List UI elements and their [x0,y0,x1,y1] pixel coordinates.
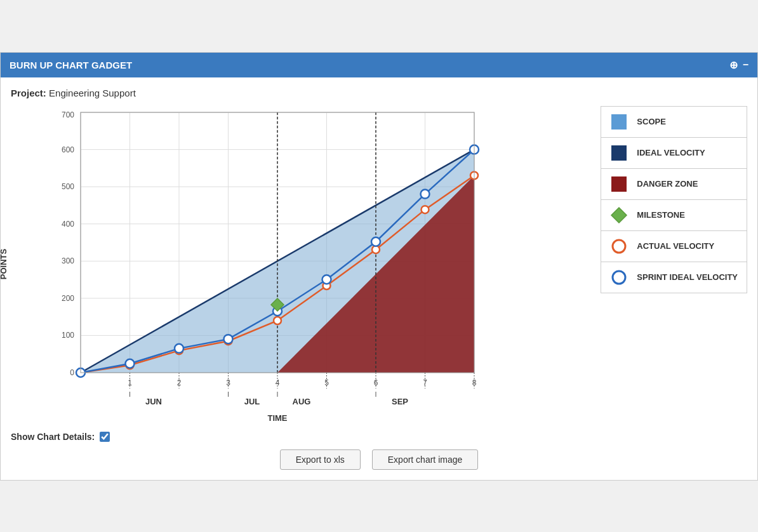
svg-text:700: 700 [62,110,74,119]
gadget-container: BURN UP CHART GADGET ⊕ − Project: Engine… [0,52,758,481]
svg-text:100: 100 [62,331,74,340]
header-icons: ⊕ − [729,59,748,71]
legend-label-ideal-velocity: IDEAL VELOCITY [637,148,705,158]
legend-row-ideal-velocity: IDEAL VELOCITY [601,138,747,169]
svg-rect-76 [611,145,627,161]
export-xls-button[interactable]: Export to xls [280,449,361,470]
legend-row-milestone: MILESTONE [601,200,747,231]
x-axis-label: TIME [81,413,474,423]
svg-rect-75 [611,114,627,130]
svg-point-62 [422,206,429,213]
svg-text:AUG: AUG [293,397,311,406]
milestone-icon [610,206,628,224]
svg-point-67 [224,335,233,343]
gadget-title: BURN UP CHART GADGET [10,60,132,70]
chart-wrapper: POINTS [11,106,588,423]
actual-velocity-icon [610,237,628,255]
svg-point-69 [322,275,331,284]
svg-marker-78 [611,208,627,223]
show-details-container: Show Chart Details: [11,432,747,442]
ideal-velocity-icon [610,144,628,162]
show-details-checkbox[interactable] [100,432,110,442]
sprint-ideal-velocity-icon [610,269,628,286]
gadget-header: BURN UP CHART GADGET ⊕ − [1,53,757,77]
legend-label-milestone: MILESTONE [637,210,685,220]
svg-text:400: 400 [62,220,74,229]
collapse-icon[interactable]: − [743,59,748,71]
svg-point-80 [613,271,625,284]
legend-label-actual-velocity: ACTUAL VELOCITY [637,241,714,251]
legend-label-scope: SCOPE [637,117,666,127]
svg-point-79 [613,240,625,253]
project-label: Project: Engineering Support [11,88,747,98]
svg-text:JUL: JUL [244,397,260,406]
svg-text:200: 200 [62,294,74,303]
svg-text:500: 500 [62,182,74,191]
svg-text:300: 300 [62,256,74,265]
legend-row-danger-zone: DANGER ZONE [601,169,747,200]
export-image-button[interactable]: Export chart image [372,449,479,470]
svg-point-66 [175,343,183,352]
move-icon[interactable]: ⊕ [729,59,738,71]
svg-point-65 [126,359,135,368]
gadget-body: Project: Engineering Support POINTS [1,77,757,480]
bottom-section: Show Chart Details: Export to xls Export… [11,432,747,470]
svg-rect-77 [611,176,627,192]
legend-row-scope: SCOPE [601,107,747,138]
export-buttons: Export to xls Export chart image [11,449,747,470]
scope-icon [610,113,628,131]
svg-text:0: 0 [70,368,74,377]
legend-row-sprint-ideal-velocity: SPRINT IDEAL VELOCITY [601,262,747,293]
svg-text:JUN: JUN [145,397,162,406]
danger-zone-icon [610,175,628,193]
legend-label-danger-zone: DANGER ZONE [637,179,698,189]
burn-up-chart: 0 100 200 300 400 500 600 700 1 2 3 4 5 … [43,106,500,411]
legend-row-actual-velocity: ACTUAL VELOCITY [601,231,747,262]
legend-label-sprint-ideal-velocity: SPRINT IDEAL VELOCITY [637,272,738,283]
svg-point-71 [421,189,430,198]
chart-area: POINTS [11,106,747,423]
project-name: Engineering Support [49,88,136,98]
show-details-label: Show Chart Details: [11,432,95,442]
svg-point-59 [274,317,281,324]
project-key: Project: [11,88,46,98]
y-axis-label: POINTS [0,249,8,279]
svg-text:SEP: SEP [392,397,408,406]
svg-text:600: 600 [62,145,74,154]
legend: SCOPE IDEAL VELOCITY DANGER ZONE [601,106,747,293]
svg-point-70 [371,237,380,246]
